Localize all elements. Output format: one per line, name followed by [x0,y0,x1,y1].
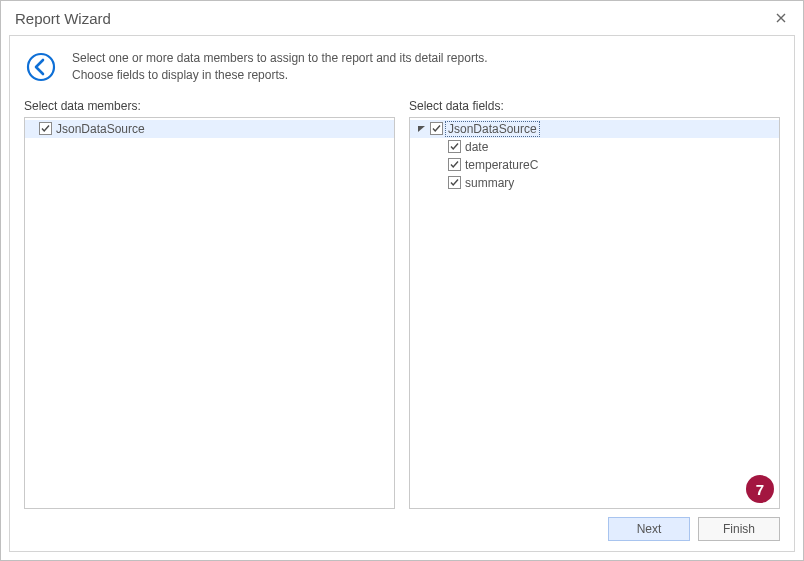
back-button[interactable] [24,50,58,84]
close-icon [776,10,786,26]
tree-child-label: summary [465,176,514,190]
checkbox[interactable] [39,122,52,135]
check-icon [431,123,442,134]
check-icon [449,141,460,152]
report-wizard-window: Report Wizard Select one or more data me… [0,0,804,561]
data-members-panel: Select data members: JsonDataSource [24,99,395,509]
panels-row: Select data members: JsonDataSource Sel [24,99,780,509]
data-member-item[interactable]: JsonDataSource [25,120,394,138]
tree-child-label: temperatureC [465,158,538,172]
data-members-label: Select data members: [24,99,395,113]
instruction-line-1: Select one or more data members to assig… [72,50,488,67]
titlebar: Report Wizard [1,1,803,35]
tree-child-item[interactable]: date [410,138,779,156]
close-button[interactable] [767,7,795,29]
tree-child-item[interactable]: temperatureC [410,156,779,174]
tree-root-label: JsonDataSource [445,121,540,137]
data-members-list[interactable]: JsonDataSource [24,117,395,509]
checkbox[interactable] [448,140,461,153]
step-callout-badge: 7 [746,475,774,503]
data-fields-tree[interactable]: JsonDataSource date [409,117,780,509]
check-icon [449,159,460,170]
wizard-instructions: Select one or more data members to assig… [72,48,488,85]
wizard-content: Select one or more data members to assig… [9,35,795,552]
next-button[interactable]: Next [608,517,690,541]
tree-child-label: date [465,140,488,154]
expander-toggle[interactable] [416,124,426,134]
wizard-header: Select one or more data members to assig… [24,48,780,85]
check-icon [449,177,460,188]
finish-button[interactable]: Finish [698,517,780,541]
check-icon [40,123,51,134]
checkbox[interactable] [448,176,461,189]
data-fields-label: Select data fields: [409,99,780,113]
tree-root-item[interactable]: JsonDataSource [410,120,779,138]
instruction-line-2: Choose fields to display in these report… [72,67,488,84]
checkbox[interactable] [430,122,443,135]
data-member-label: JsonDataSource [56,122,145,136]
checkbox[interactable] [448,158,461,171]
data-fields-panel: Select data fields: J [409,99,780,509]
tree-child-item[interactable]: summary [410,174,779,192]
chevron-down-icon [417,124,426,133]
wizard-footer: 7 Next Finish [24,509,780,541]
window-title: Report Wizard [15,10,767,27]
back-arrow-icon [25,51,57,83]
svg-point-0 [28,54,54,80]
